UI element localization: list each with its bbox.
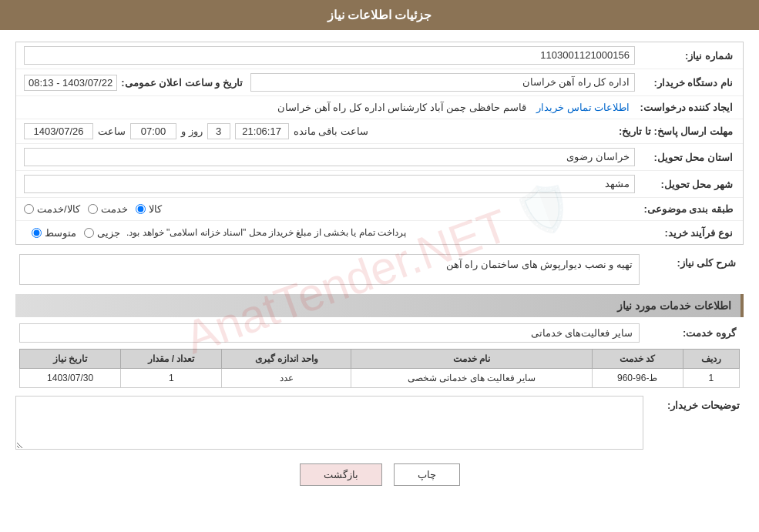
cell-tarikh: 1403/07/30 [20, 369, 121, 388]
mohlat-date: 1403/07/26 [24, 123, 93, 139]
sharh-value: تهیه و نصب دیوارپوش های ساختمان راه آهن [446, 259, 633, 270]
ettelaat-link[interactable]: اطلاعات تماس خریدار [536, 102, 630, 113]
grouh-value: سایر فعالیت‌های خدماتی [19, 323, 640, 343]
buttons-row: چاپ بازگشت [15, 463, 744, 486]
tabaqe-kala-khidmat: کالا/خدمت [24, 203, 80, 215]
cell-radif: 1 [683, 369, 739, 388]
col-radif: ردیف [683, 350, 739, 369]
tabaqe-kala-khidmat-radio[interactable] [24, 204, 34, 214]
sharh-label: شرح کلی نیاز: [640, 254, 740, 269]
print-button[interactable]: چاپ [394, 463, 460, 486]
noeFarayand-motavaset-radio[interactable] [32, 228, 42, 238]
shomareNiaz-label: شماره نیاز: [639, 49, 739, 63]
mohlat-label: مهلت ارسال پاسخ: تا تاریخ: [613, 124, 739, 139]
grouh-label: گروه خدمت: [640, 327, 740, 339]
table-head: ردیف کد خدمت نام خدمت واحد اندازه گیری ت… [20, 350, 740, 369]
shahr-value: مشهد [20, 173, 639, 195]
mohlat-value: 1403/07/26 ساعت 07:00 روز و 3 21:06:17 س… [20, 122, 613, 141]
mohlat-roz: 3 [207, 123, 230, 139]
tabaqe-row: طبقه بندی موضوعی: کالا/خدمت خدمت کالا [16, 198, 743, 221]
mohlat-row: مهلت ارسال پاسخ: تا تاریخ: 1403/07/26 سا… [16, 119, 743, 144]
tarikh-label: تاریخ و ساعت اعلان عمومی: [121, 77, 243, 89]
shomareNiaz-box: 1103001121000156 [24, 46, 635, 65]
ostan-value: خراسان رضوی [20, 146, 639, 168]
col-tarikh: تاریخ نیاز [20, 350, 121, 369]
tabaqe-kala-khidmat-label: کالا/خدمت [37, 203, 80, 215]
table-body: 1 ط-96-960 سایر فعالیت های خدماتی شخصی ع… [20, 369, 740, 388]
khadamat-table: ردیف کد خدمت نام خدمت واحد اندازه گیری ت… [19, 349, 740, 388]
tabaqe-khidmat-radio[interactable] [88, 204, 98, 214]
cell-vahed: عدد [222, 369, 351, 388]
page-header: جزئیات اطلاعات نیاز [0, 0, 759, 30]
table-row: 1 ط-96-960 سایر فعالیت های خدماتی شخصی ع… [20, 369, 740, 388]
ijadKonande-text: قاسم حافظی چمن آباد کارشناس اداره کل راه… [277, 102, 526, 113]
noeFarayand-label: نوع فرآیند خرید: [639, 226, 739, 240]
ostan-row: استان محل تحویل: خراسان رضوی [16, 144, 743, 171]
noeFarayand-radio-group: متوسط جزیی [32, 227, 120, 239]
tarikh-value: 1403/07/22 - 08:13 [24, 75, 117, 91]
mohlat-mande-label: ساعت باقی مانده [294, 125, 368, 137]
cell-tedad: 1 [121, 369, 222, 388]
table-header-row: ردیف کد خدمت نام خدمت واحد اندازه گیری ت… [20, 350, 740, 369]
mohlat-mande-time: 21:06:17 [235, 123, 289, 139]
mohlat-roz-label: روز و [181, 125, 203, 137]
tabaqe-kala-radio[interactable] [136, 204, 146, 214]
tabaqe-kala-label: کالا [149, 203, 162, 215]
page-title: جزئیات اطلاعات نیاز [327, 8, 432, 22]
noeFarayand-motavaset: متوسط [32, 227, 76, 239]
tabaqe-value: کالا/خدمت خدمت کالا [20, 202, 637, 216]
table-container: ردیف کد خدمت نام خدمت واحد اندازه گیری ت… [15, 349, 744, 396]
col-kod: کد خدمت [592, 350, 683, 369]
grouh-row: گروه خدمت: سایر فعالیت‌های خدماتی [15, 323, 744, 343]
shahr-label: شهر محل تحویل: [639, 177, 739, 192]
noeFarayand-jozi-label: جزیی [97, 227, 120, 239]
namDastgah-row: نام دستگاه خریدار: اداره کل راه آهن خراس… [16, 69, 743, 96]
ostan-box: خراسان رضوی [24, 148, 635, 166]
tabaqe-khidmat: خدمت [88, 203, 128, 215]
tabaqe-khidmat-label: خدمت [101, 203, 128, 215]
khadamat-header: اطلاعات خدمات مورد نیاز [15, 294, 744, 317]
ostan-label: استان محل تحویل: [639, 150, 739, 165]
shahr-box: مشهد [24, 175, 635, 193]
tozihat-textarea[interactable] [15, 396, 643, 450]
noeFarayand-value: متوسط جزیی پرداخت تمام یا بخشی از مبلغ خ… [20, 226, 639, 240]
cell-nam: سایر فعالیت های خدماتی شخصی [351, 369, 592, 388]
noeFarayand-jozi-radio[interactable] [84, 228, 94, 238]
noeFarayand-row: نوع فرآیند خرید: متوسط جزیی [16, 221, 743, 244]
sharh-box: تهیه و نصب دیوارپوش های ساختمان راه آهن [19, 254, 640, 285]
shomareNiaz-value: 1103001121000156 [20, 45, 639, 66]
namDastgah-label: نام دستگاه خریدار: [639, 75, 739, 90]
noeFarayand-note: پرداخت تمام یا بخشی از مبلغ خریداز محل "… [126, 227, 406, 238]
namDastgah-box: اداره کل راه آهن خراسان [250, 73, 635, 92]
tozihat-row: توضیحات خریدار: [15, 396, 744, 452]
col-tedad: تعداد / مقدار [121, 350, 222, 369]
sharh-section: شرح کلی نیاز: تهیه و نصب دیوارپوش های سا… [15, 254, 744, 285]
info-section: شماره نیاز: 1103001121000156 نام دستگاه … [15, 42, 744, 245]
shomareNiaz-row: شماره نیاز: 1103001121000156 [16, 42, 743, 69]
col-vahed: واحد اندازه گیری [222, 350, 351, 369]
sharh-container: 🛡️ AnatTender.NET شرح کلی نیاز: تهیه و ن… [15, 254, 744, 285]
tabaqe-kala: کالا [136, 203, 162, 215]
cell-kod: ط-96-960 [592, 369, 683, 388]
namDastgah-value: اداره کل راه آهن خراسان [247, 72, 639, 93]
tabaqe-radio-group: کالا/خدمت خدمت کالا [24, 203, 633, 215]
shahr-row: شهر محل تحویل: مشهد [16, 171, 743, 198]
ijadKonande-row: ایجاد کننده درخواست: اطلاعات تماس خریدار… [16, 96, 743, 119]
tabaqe-label: طبقه بندی موضوعی: [637, 202, 739, 216]
back-button[interactable]: بازگشت [300, 463, 382, 486]
tarikh-section: 1403/07/22 - 08:13 تاریخ و ساعت اعلان عم… [20, 73, 247, 92]
main-content: شماره نیاز: 1103001121000156 نام دستگاه … [0, 30, 759, 509]
tozihat-content [15, 396, 643, 452]
page-wrapper: جزئیات اطلاعات نیاز شماره نیاز: 11030011… [0, 0, 759, 532]
ijadKonande-value: اطلاعات تماس خریدار قاسم حافظی چمن آباد … [20, 100, 633, 115]
tozihat-label: توضیحات خریدار: [643, 396, 744, 411]
mohlat-saat: 07:00 [130, 123, 176, 139]
noeFarayand-jozi: جزیی [84, 227, 120, 239]
mohlat-saat-label: ساعت [98, 125, 126, 137]
col-nam: نام خدمت [351, 350, 592, 369]
ijadKonande-label: ایجاد کننده درخواست: [633, 100, 739, 115]
noeFarayand-motavaset-label: متوسط [45, 227, 76, 239]
